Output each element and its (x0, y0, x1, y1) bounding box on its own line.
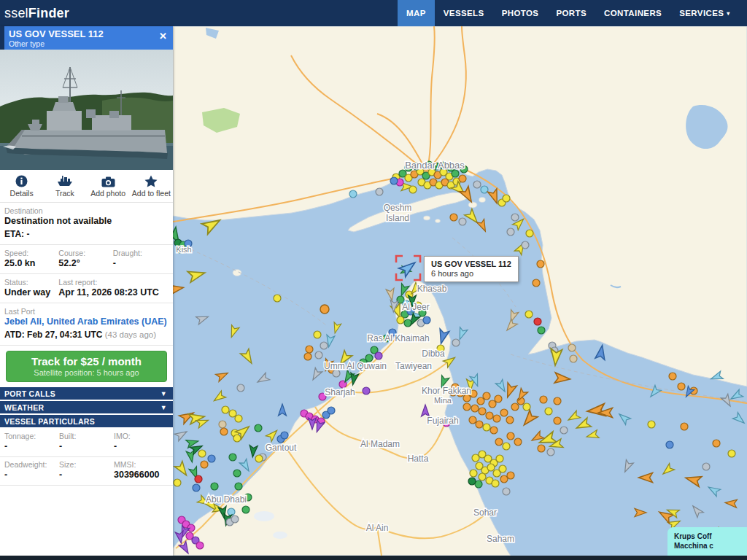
vessel-marker-anchored[interactable] (514, 438, 522, 446)
vessel-marker-anchored[interactable] (525, 311, 533, 318)
vessel-marker-anchored[interactable] (363, 387, 370, 394)
vessel-marker-anchored[interactable] (560, 427, 568, 434)
vessel-marker-anchored[interactable] (306, 346, 313, 353)
vessel-marker-anchored[interactable] (648, 421, 655, 428)
vessel-marker-anchored[interactable] (235, 483, 242, 490)
vessel-marker-anchored[interactable] (231, 516, 239, 523)
vessel-marker-anchored[interactable] (728, 450, 735, 457)
vessel-marker-anchored[interactable] (483, 392, 490, 400)
vesselfinder-logo[interactable]: sselFinder (4, 6, 69, 21)
vessel-marker-anchored[interactable] (681, 423, 688, 430)
ad-overlay[interactable]: Krups Coff Macchina c (667, 527, 747, 556)
vessel-marker-anchored[interactable] (229, 410, 236, 417)
vessel-marker-anchored[interactable] (198, 450, 206, 457)
vessel-marker-anchored[interactable] (196, 542, 204, 549)
vessel-marker-anchored[interactable] (570, 355, 577, 362)
vessel-tooltip[interactable]: US GOV VESSEL 112 6 hours ago (424, 256, 519, 282)
vessel-marker-anchored[interactable] (470, 470, 477, 477)
nav-item-photos[interactable]: PHOTOS (493, 0, 548, 26)
vessel-marker-anchored[interactable] (479, 473, 486, 481)
vessel-marker-anchored[interactable] (511, 214, 519, 221)
vessel-marker-anchored[interactable] (375, 352, 382, 359)
nav-item-vessels[interactable]: VESSELS (435, 0, 493, 26)
vessel-marker-anchored[interactable] (511, 403, 519, 411)
vessel-marker-anchored[interactable] (554, 397, 561, 405)
vessel-marker-anchored[interactable] (495, 438, 503, 446)
nav-item-services[interactable]: SERVICES▾ (670, 0, 739, 26)
vessel-marker-anchored[interactable] (328, 407, 335, 414)
vessel-marker-anchored[interactable] (538, 327, 545, 334)
vessel-photo[interactable] (0, 50, 173, 170)
vessel-marker-anchored[interactable] (507, 228, 514, 236)
vessel-marker-anchored[interactable] (507, 472, 514, 479)
vessel-marker-anchored[interactable] (500, 475, 508, 483)
vessel-marker-anchored[interactable] (237, 384, 244, 392)
vessel-marker-anchored[interactable] (314, 331, 321, 338)
vessel-marker-anchored[interactable] (452, 339, 460, 346)
vessel-marker-anchored[interactable] (538, 445, 545, 452)
vessel-marker-anchored[interactable] (320, 305, 329, 314)
vessel-marker-anchored[interactable] (496, 455, 503, 462)
map-canvas[interactable]: Bandar AbbasQeshmIslandKishKhasabAl Jeer… (173, 26, 747, 556)
add-to-fleet-button[interactable]: Add to fleet (130, 170, 173, 202)
add-photo-button[interactable]: Add photo (87, 170, 130, 202)
vessel-marker-anchored[interactable] (471, 405, 479, 412)
vessel-marker-anchored[interactable] (503, 195, 510, 202)
vessel-marker-anchored[interactable] (463, 403, 471, 411)
section-weather[interactable]: WEATHER▼ (0, 401, 173, 413)
vessel-marker-anchored[interactable] (534, 318, 541, 325)
vessel-marker-anchored[interactable] (499, 465, 506, 472)
nav-item-containers[interactable]: CONTAINERS (595, 0, 670, 26)
vessel-marker-anchored[interactable] (713, 440, 720, 447)
vessel-marker-anchored[interactable] (669, 373, 676, 380)
vessel-marker-anchored[interactable] (492, 480, 499, 487)
nav-item-map[interactable]: MAP (398, 0, 435, 26)
vessel-marker-anchored[interactable] (506, 416, 514, 424)
vessel-marker-anchored[interactable] (320, 342, 328, 349)
vessel-marker-anchored[interactable] (469, 416, 476, 424)
vessel-marker-anchored[interactable] (486, 412, 493, 419)
vessel-marker-anchored[interactable] (503, 488, 510, 495)
vessel-marker-anchored[interactable] (195, 475, 202, 483)
vessel-marker-anchored[interactable] (423, 316, 430, 324)
section-port-calls[interactable]: PORT CALLS▼ (0, 387, 173, 400)
vessel-marker-anchored[interactable] (468, 478, 476, 485)
track-subscription-button[interactable]: Track for $25 / month Satellite position… (6, 351, 167, 382)
vessel-marker-anchored[interactable] (304, 353, 311, 360)
vessel-marker-anchored[interactable] (222, 406, 229, 413)
vessel-marker-anchored[interactable] (193, 484, 200, 491)
details-button[interactable]: Details (0, 170, 43, 202)
vessel-marker-anchored[interactable] (274, 295, 281, 302)
last-port-link[interactable]: Jebel Ali, United Arab Emirates (UAE) (4, 316, 167, 327)
vessel-marker-anchored[interactable] (472, 454, 479, 462)
vessel-marker-anchored[interactable] (233, 470, 241, 477)
close-icon[interactable]: ✕ (159, 31, 167, 42)
vessel-marker-anchored[interactable] (523, 403, 530, 411)
vessel-marker-anchored[interactable] (477, 397, 484, 405)
vessel-marker-anchored[interactable] (666, 441, 673, 448)
vessel-marker-anchored[interactable] (473, 181, 481, 188)
vessel-marker-anchored[interactable] (376, 188, 383, 195)
vessel-marker-anchored[interactable] (233, 435, 241, 442)
vessel-marker-anchored[interactable] (487, 464, 495, 471)
vessel-marker-anchored[interactable] (390, 177, 398, 184)
vessel-marker-anchored[interactable] (349, 190, 357, 198)
vessel-marker-anchored[interactable] (522, 241, 529, 249)
vessel-marker-anchored[interactable] (255, 455, 263, 462)
vessel-marker-anchored[interactable] (220, 428, 228, 435)
vessel-marker-anchored[interactable] (481, 186, 488, 193)
vessel-marker-anchored[interactable] (459, 175, 466, 182)
vessel-marker-anchored[interactable] (568, 344, 576, 351)
nav-item-ports[interactable]: PORTS (547, 0, 595, 26)
vessel-marker-anchored[interactable] (228, 508, 235, 516)
vessel-marker-anchored[interactable] (281, 432, 288, 439)
vessel-marker-anchored[interactable] (483, 424, 490, 431)
vessel-marker-anchored[interactable] (255, 424, 262, 432)
vessel-marker-anchored[interactable] (537, 260, 544, 268)
vessel-marker-anchored[interactable] (315, 351, 322, 359)
vessel-marker-anchored[interactable] (490, 427, 498, 434)
vessel-marker-anchored[interactable] (479, 408, 486, 415)
vessel-marker-anchored[interactable] (503, 443, 510, 450)
vessel-marker-anchored[interactable] (187, 524, 195, 532)
vessel-marker-anchored[interactable] (554, 417, 561, 424)
